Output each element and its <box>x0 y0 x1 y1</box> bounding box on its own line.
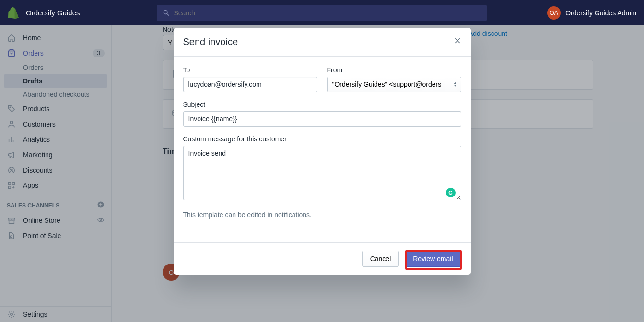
select-chevron-icon: ▲▼ <box>454 81 457 87</box>
grammarly-icon[interactable]: G <box>446 188 456 197</box>
review-email-button[interactable]: Review email <box>405 251 461 267</box>
close-button[interactable] <box>454 37 461 47</box>
top-bar: Ordersify Guides OA Ordersify Guides Adm… <box>0 0 644 25</box>
search-input[interactable] <box>174 9 481 17</box>
to-label: To <box>183 66 317 74</box>
send-invoice-modal: Send invoice To From "Ordersify Guides" … <box>174 28 471 275</box>
brand-name: Ordersify Guides <box>26 9 80 17</box>
subject-label: Subject <box>183 101 461 108</box>
user-name: Ordersify Guides Admin <box>565 9 636 17</box>
search-bar[interactable] <box>157 5 487 21</box>
close-icon <box>454 37 461 45</box>
from-select[interactable]: "Ordersify Guides" <support@orders ▲▼ <box>327 77 461 92</box>
search-icon <box>163 9 170 17</box>
shopify-logo-icon <box>8 7 19 19</box>
message-label: Custom message for this customer <box>183 135 461 143</box>
template-note: This template can be edited in notificat… <box>183 211 461 218</box>
user-menu[interactable]: OA Ordersify Guides Admin <box>547 6 636 20</box>
modal-title: Send invoice <box>183 36 238 47</box>
notifications-link[interactable]: notifications <box>274 211 310 218</box>
cancel-button[interactable]: Cancel <box>362 251 399 267</box>
to-input[interactable] <box>183 77 317 92</box>
message-textarea[interactable] <box>183 146 461 200</box>
subject-input[interactable] <box>183 111 461 126</box>
from-label: From <box>327 66 461 74</box>
from-value: "Ordersify Guides" <support@orders <box>332 80 442 88</box>
avatar: OA <box>547 6 561 20</box>
